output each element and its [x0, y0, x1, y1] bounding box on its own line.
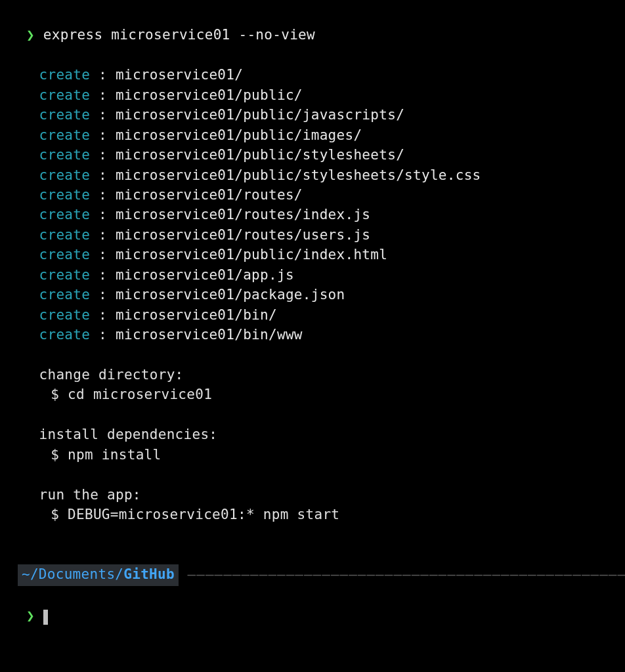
- install-label: install dependencies:: [9, 425, 616, 444]
- create-line: create : microservice01/public/styleshee…: [9, 145, 616, 165]
- cwd-prefix: ~/Documents/: [22, 566, 123, 582]
- create-keyword: create: [39, 247, 91, 262]
- dash-filler: ————————————————————————————————————————…: [179, 566, 625, 582]
- created-path: microservice01/public/images/: [116, 127, 362, 143]
- cwd-bar: ~/Documents/GitHub —————————————————————…: [9, 564, 616, 585]
- prompt-symbol: ❯: [26, 27, 35, 43]
- create-line: create : microservice01/public/: [9, 85, 616, 105]
- created-path: microservice01/public/stylesheets/: [116, 147, 404, 163]
- create-keyword: create: [39, 267, 91, 283]
- created-path: microservice01/routes/index.js: [116, 207, 370, 222]
- create-line: create : microservice01/routes/users.js: [9, 225, 616, 245]
- run-label: run the app:: [9, 485, 616, 505]
- blank-line: [9, 545, 616, 564]
- created-path: microservice01/public/index.html: [116, 247, 387, 262]
- create-keyword: create: [39, 227, 91, 243]
- create-keyword: create: [39, 107, 91, 123]
- blank-line: [9, 465, 616, 484]
- create-keyword: create: [39, 147, 91, 163]
- cursor: [43, 610, 49, 625]
- create-line: create : microservice01/public/javascrip…: [9, 105, 616, 125]
- create-keyword: create: [39, 327, 91, 343]
- cwd-repo: GitHub: [123, 566, 175, 582]
- create-keyword: create: [39, 67, 91, 83]
- create-keyword: create: [39, 207, 91, 222]
- change-dir-label: change directory:: [9, 365, 616, 385]
- create-line: create : microservice01/public/styleshee…: [9, 165, 616, 185]
- prompt-line[interactable]: ❯: [9, 586, 616, 626]
- create-line: create : microservice01/bin/: [9, 305, 616, 325]
- created-path: microservice01/public/: [116, 87, 303, 103]
- create-line: create : microservice01/routes/: [9, 185, 616, 205]
- created-path: microservice01/bin/: [116, 307, 277, 323]
- command-line[interactable]: ❯ express microservice01 --no-view: [9, 5, 616, 45]
- run-cmd: $ DEBUG=microservice01:* npm start: [9, 505, 616, 524]
- create-line: create : microservice01/: [9, 65, 616, 85]
- create-keyword: create: [39, 167, 91, 183]
- prompt-symbol: ❯: [26, 608, 35, 623]
- created-path: microservice01/public/stylesheets/style.…: [116, 167, 481, 183]
- create-output: create : microservice01/create : microse…: [9, 65, 616, 345]
- blank-line: [9, 345, 616, 364]
- created-path: microservice01/routes/: [116, 187, 303, 203]
- blank-line: [9, 405, 616, 425]
- created-path: microservice01/public/javascripts/: [116, 107, 404, 123]
- create-line: create : microservice01/routes/index.js: [9, 205, 616, 224]
- create-keyword: create: [39, 187, 91, 203]
- created-path: microservice01/routes/users.js: [116, 227, 370, 243]
- create-line: create : microservice01/package.json: [9, 285, 616, 304]
- change-dir-cmd: $ cd microservice01: [9, 385, 616, 404]
- create-keyword: create: [39, 87, 91, 103]
- created-path: microservice01/: [116, 67, 243, 83]
- create-line: create : microservice01/public/index.htm…: [9, 245, 616, 264]
- create-line: create : microservice01/bin/www: [9, 325, 616, 345]
- blank-line: [9, 524, 616, 544]
- create-keyword: create: [39, 307, 91, 323]
- create-keyword: create: [39, 287, 91, 303]
- created-path: microservice01/app.js: [116, 267, 294, 283]
- install-cmd: $ npm install: [9, 445, 616, 465]
- created-path: microservice01/package.json: [116, 287, 345, 303]
- create-line: create : microservice01/public/images/: [9, 125, 616, 145]
- created-path: microservice01/bin/www: [116, 327, 303, 343]
- create-keyword: create: [39, 127, 91, 143]
- create-line: create : microservice01/app.js: [9, 265, 616, 285]
- command-text: express microservice01 --no-view: [43, 27, 315, 43]
- blank-line: [9, 45, 616, 65]
